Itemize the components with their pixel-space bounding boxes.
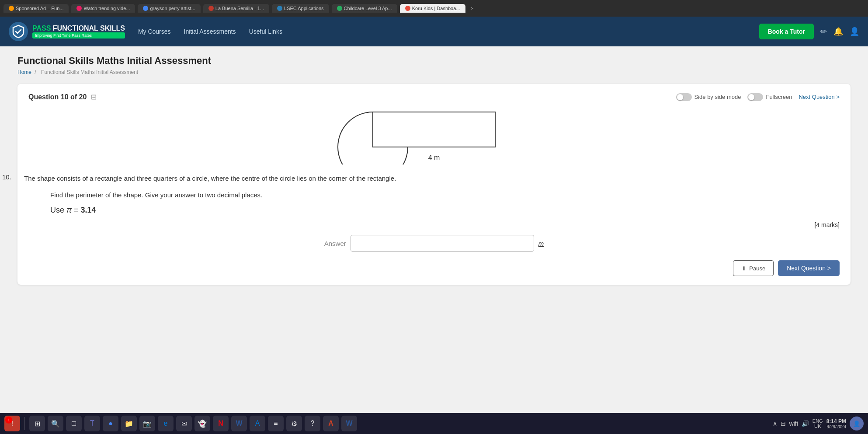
browser-tab-1[interactable]: Sponsored Ad – Fun... bbox=[3, 4, 69, 13]
page-title: Functional Skills Maths Initial Assessme… bbox=[17, 55, 851, 66]
taskbar-teams-icon[interactable]: T bbox=[84, 416, 100, 431]
svg-rect-0 bbox=[373, 112, 495, 147]
taskbar-right: ∧ ⊟ wifi 🔊 ENG UK 8:14 PM 9/29/2024 👤 bbox=[773, 416, 864, 430]
fullscreen-toggle[interactable] bbox=[747, 93, 763, 101]
logo-main-text: PASS FUNCTIONAL SKILLS bbox=[32, 24, 125, 32]
taskbar-user-avatar[interactable]: 👤 bbox=[850, 416, 864, 430]
question-card: Question 10 of 20 ⊟ Side by side mode Fu… bbox=[17, 84, 851, 285]
nav-links: My Courses Initial Assessments Useful Li… bbox=[138, 28, 759, 35]
browser-chrome: Sponsored Ad – Fun... Watch trending vid… bbox=[0, 0, 868, 17]
marks-label: [4 marks] bbox=[814, 221, 840, 228]
question-controls: Side by side mode Fullscreen Next Questi… bbox=[676, 93, 840, 101]
taskbar-folder-icon[interactable]: 📁 bbox=[121, 416, 137, 431]
nav-icons: ✏ 🔔 👤 bbox=[820, 27, 859, 36]
notification-badge: 1 bbox=[5, 416, 12, 424]
question-text-area: 10. The shape consists of a rectangle an… bbox=[28, 173, 840, 200]
taskbar-netflix-icon[interactable]: N bbox=[213, 416, 229, 431]
ad-tab-icon bbox=[9, 6, 14, 11]
side-by-side-label: Side by side mode bbox=[694, 94, 741, 100]
taskbar-windows-icon[interactable]: ⊞ bbox=[29, 416, 45, 431]
taskbar-clock[interactable]: 8:14 PM 9/29/2024 bbox=[826, 418, 846, 429]
breadcrumb-current: Functional Skills Maths Initial Assessme… bbox=[41, 69, 138, 75]
taskbar: ! 1 ⊞ 🔍 □ T ● 📁 📷 e ✉ 👻 N W A ≡ ⚙ ? A W … bbox=[0, 413, 868, 434]
taskbar-help-icon[interactable]: ? bbox=[305, 416, 320, 431]
breadcrumb-separator: / bbox=[35, 69, 36, 75]
fullscreen-control: Fullscreen bbox=[747, 93, 792, 101]
taskbar-azure-icon[interactable]: A bbox=[250, 416, 265, 431]
taskbar-search-icon[interactable]: 🔍 bbox=[48, 416, 63, 431]
taskbar-chrome-icon[interactable]: ● bbox=[103, 416, 118, 431]
question-text-2: Find the perimeter of the shape. Give yo… bbox=[50, 191, 262, 199]
taskbar-network-icon[interactable]: ⊟ bbox=[781, 420, 786, 427]
answer-input[interactable] bbox=[351, 235, 534, 252]
taskbar-taskview-icon[interactable]: □ bbox=[66, 416, 82, 431]
video-tab-icon bbox=[76, 6, 82, 11]
answer-row: Answer m bbox=[28, 235, 840, 252]
nav-my-courses[interactable]: My Courses bbox=[138, 28, 171, 35]
main-navigation: PASS FUNCTIONAL SKILLS Improving First T… bbox=[0, 17, 868, 46]
bell-icon[interactable]: 🔔 bbox=[833, 27, 843, 36]
browser-tab-7-active[interactable]: Koru Kids | Dashboa... bbox=[400, 4, 465, 13]
koru-tab-icon bbox=[405, 6, 410, 11]
breadcrumb-home[interactable]: Home bbox=[17, 69, 31, 75]
svg-text:4 m: 4 m bbox=[428, 154, 440, 161]
fullscreen-toggle-knob bbox=[748, 94, 754, 100]
taskbar-edge-icon[interactable]: e bbox=[158, 416, 174, 431]
question-line-1: 10. The shape consists of a rectangle an… bbox=[28, 173, 840, 187]
question-header: Question 10 of 20 ⊟ Side by side mode Fu… bbox=[28, 93, 840, 101]
side-by-side-toggle[interactable] bbox=[676, 93, 692, 101]
answer-unit: m bbox=[538, 240, 544, 247]
side-by-side-control: Side by side mode bbox=[676, 93, 741, 101]
nav-useful-links[interactable]: Useful Links bbox=[249, 28, 282, 35]
question-number-label: Question 10 of 20 bbox=[28, 93, 87, 101]
pi-formula-area: Use π = 3.14 bbox=[50, 206, 840, 215]
pi-formula: Use π = 3.14 bbox=[50, 206, 96, 214]
question-line-2: Find the perimeter of the shape. Give yo… bbox=[50, 190, 840, 200]
breadcrumb: Home / Functional Skills Maths Initial A… bbox=[17, 69, 851, 75]
answer-label: Answer bbox=[324, 240, 346, 247]
taskbar-app-w2[interactable]: W bbox=[341, 416, 357, 431]
browser-tab-6[interactable]: Childcare Level 3 Ap... bbox=[332, 4, 397, 13]
user-icon[interactable]: 👤 bbox=[850, 27, 859, 36]
browser-tab-4[interactable]: La Buena Semilla - 1... bbox=[203, 4, 269, 13]
taskbar-snapchat-icon[interactable]: 👻 bbox=[194, 416, 210, 431]
next-question-button[interactable]: Next Question > bbox=[778, 260, 840, 276]
nav-initial-assessments[interactable]: Initial Assessments bbox=[184, 28, 236, 35]
taskbar-volume-icon[interactable]: 🔊 bbox=[802, 420, 809, 427]
taskbar-settings-icon[interactable]: ⚙ bbox=[286, 416, 302, 431]
book-tutor-button[interactable]: Book a Tutor bbox=[759, 24, 814, 39]
calculator-icon[interactable]: ⊟ bbox=[91, 93, 97, 101]
toggle-knob bbox=[677, 94, 683, 100]
taskbar-wifi-icon[interactable]: wifi bbox=[789, 420, 798, 427]
taskbar-app-a[interactable]: A bbox=[323, 416, 339, 431]
browser-tab-3[interactable]: grayson perry artist... bbox=[138, 4, 200, 13]
pause-icon: ⏸ bbox=[741, 265, 747, 272]
browser-tab-5[interactable]: LSEC Applications bbox=[272, 4, 329, 13]
page-content: Functional Skills Maths Initial Assessme… bbox=[0, 46, 868, 413]
lsec-tab-icon bbox=[277, 6, 282, 11]
browser-tab-2[interactable]: Watch trending vide... bbox=[71, 4, 135, 13]
pi-symbol: π bbox=[66, 206, 72, 214]
logo-area: PASS FUNCTIONAL SKILLS Improving First T… bbox=[9, 22, 125, 41]
more-tabs-button[interactable]: > bbox=[468, 5, 476, 12]
childcare-tab-icon bbox=[337, 6, 342, 11]
taskbar-up-icon[interactable]: ∧ bbox=[773, 420, 777, 427]
taskbar-mail-icon[interactable]: ✉ bbox=[176, 416, 192, 431]
logo-text: PASS FUNCTIONAL SKILLS Improving First T… bbox=[32, 24, 125, 38]
shape-diagram-area: 4 m bbox=[28, 108, 840, 164]
taskbar-notification-wrapper: ! 1 bbox=[4, 416, 20, 431]
taskbar-camera-icon[interactable]: 📷 bbox=[139, 416, 155, 431]
taskbar-word-icon[interactable]: W bbox=[231, 416, 247, 431]
fullscreen-label: Fullscreen bbox=[766, 94, 792, 100]
marks-indicator: [4 marks] bbox=[28, 221, 840, 228]
logo-shield-icon bbox=[9, 22, 28, 41]
question-text-1: The shape consists of a rectangle and th… bbox=[24, 173, 396, 184]
pause-button[interactable]: ⏸ Pause bbox=[733, 260, 774, 276]
pi-value: 3.14 bbox=[81, 206, 96, 214]
taskbar-onenote-icon[interactable]: ≡ bbox=[268, 416, 284, 431]
next-question-top-button[interactable]: Next Question > bbox=[799, 94, 840, 100]
shape-svg: 4 m bbox=[325, 108, 543, 164]
pencil-icon[interactable]: ✏ bbox=[820, 27, 827, 36]
taskbar-separator-1 bbox=[24, 417, 25, 430]
semilla-tab-icon bbox=[208, 6, 214, 11]
